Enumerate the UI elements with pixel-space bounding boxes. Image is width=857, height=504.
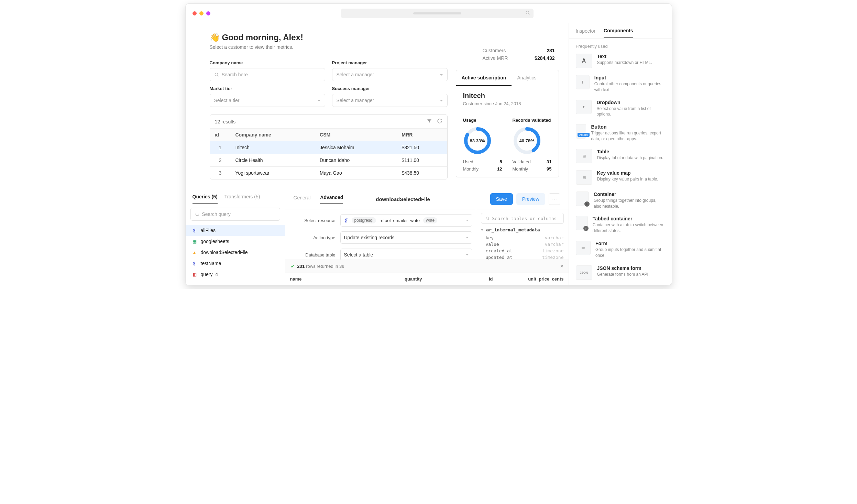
postgres-icon: ❡ (192, 261, 197, 266)
tab-active-subscription[interactable]: Active subscription (456, 70, 512, 86)
tabbed-container-icon: + (576, 216, 588, 230)
component-kvmap[interactable]: ▤ Key value mapDisplay key value pairs i… (574, 167, 667, 188)
rescol-name[interactable]: name (285, 273, 356, 285)
schema-column[interactable]: keyvarchar (481, 234, 564, 241)
action-type-select[interactable]: Update existing records (340, 231, 472, 244)
query-item-download[interactable]: ▲downloadSelectedFile (186, 247, 285, 258)
col-csm[interactable]: CSM (315, 129, 397, 141)
component-json-form[interactable]: JSON JSON schema formGenerate forms from… (574, 262, 667, 283)
resource-select[interactable]: ❡ postgresql retool_emailer_write write (340, 214, 472, 227)
dropdown-icon: ▾ (576, 100, 592, 114)
customers-table: 12 results id Company name CSM (210, 114, 448, 179)
tab-inspector[interactable]: Inspector (576, 24, 596, 38)
svg-point-8 (196, 213, 198, 216)
search-icon (195, 212, 199, 217)
editor-title: downloadSelectedFile (325, 196, 481, 202)
refresh-icon[interactable] (437, 118, 442, 125)
frequently-used-label: Frequently used (569, 39, 672, 50)
result-status-bar: ✔ 231 rows returned in 3s ✕ (285, 260, 569, 273)
input-icon: I (576, 75, 590, 89)
query-item-testname[interactable]: ❡testName (186, 258, 285, 269)
right-sidebar: Inspector Components Frequently used A T… (569, 23, 672, 285)
company-search-input[interactable]: Search here (210, 68, 325, 81)
omnibox[interactable] (341, 9, 534, 18)
query-item-googlesheets[interactable]: ▦googlesheets (186, 236, 285, 247)
more-button[interactable]: ⋯ (549, 193, 560, 205)
plus-icon: + (583, 226, 589, 231)
component-text[interactable]: A TextSupports markdown or HTML. (574, 50, 667, 72)
rescol-quantity[interactable]: quantity (356, 273, 427, 285)
schema-column[interactable]: valuevarchar (481, 241, 564, 248)
market-tier-select[interactable]: Select a tier (210, 94, 325, 107)
button-icon: Action (576, 124, 586, 139)
json-icon: JSON (576, 265, 592, 280)
schema-column[interactable]: created_attimezone (481, 248, 564, 254)
success-manager-label: Success manager (332, 86, 448, 91)
page-title: 👋 Good morning, Alex! (210, 33, 448, 42)
table-icon: ▦ (576, 149, 592, 163)
kpi-block: Customers281 Active MRR$284,432 (483, 48, 555, 63)
close-icon[interactable] (193, 11, 197, 15)
col-company[interactable]: Company name (231, 129, 315, 141)
svg-line-11 (488, 219, 489, 220)
container-icon: + (576, 191, 589, 206)
project-manager-label: Project manager (332, 60, 448, 65)
component-form[interactable]: ▭ FormGroup inputs together and submit a… (574, 237, 667, 262)
tab-analytics[interactable]: Analytics (512, 70, 542, 86)
component-button[interactable]: Action ButtonTrigger actions like run qu… (574, 121, 667, 145)
filter-icon[interactable] (427, 118, 432, 125)
tab-queries[interactable]: Queries (5) (193, 194, 218, 204)
text-icon: A (576, 54, 592, 68)
table-row[interactable]: 1 Initech Jessica Mohaim $321.50 (210, 141, 447, 154)
component-dropdown[interactable]: ▾ DropdownSelect one value from a list o… (574, 96, 667, 121)
rescol-id[interactable]: id (427, 273, 498, 285)
window-controls[interactable] (193, 11, 210, 15)
component-input[interactable]: I InputControl other components or queri… (574, 72, 667, 96)
preview-button[interactable]: Preview (516, 193, 545, 205)
rescol-unit-price[interactable]: unit_price_cents (498, 273, 569, 285)
minimize-icon[interactable] (199, 11, 204, 15)
usage-gauge: 83.33% (463, 126, 492, 155)
titlebar (186, 4, 672, 23)
market-tier-label: Market tier (210, 86, 325, 91)
col-mrr[interactable]: MRR (397, 129, 447, 141)
component-tabbed-container[interactable]: + Tabbed containerContainer with a tab t… (574, 212, 667, 237)
close-icon[interactable]: ✕ (560, 264, 564, 269)
plus-icon: + (584, 201, 590, 207)
table-row[interactable]: 3 Yogi sportswear Maya Gao $438.50 (210, 167, 447, 179)
firebase-icon: ▲ (192, 250, 197, 255)
svg-point-10 (486, 217, 488, 219)
sheets-icon: ▦ (192, 239, 197, 244)
project-manager-select[interactable]: Select a manager (332, 68, 448, 81)
maximize-icon[interactable] (206, 11, 210, 15)
tab-general[interactable]: General (294, 195, 311, 203)
success-icon: ✔ (291, 264, 295, 269)
success-manager-select[interactable]: Select a manager (332, 94, 448, 107)
page-subtitle: Select a customer to view their metrics. (210, 44, 448, 50)
schema-search-input[interactable]: Search tables or columns (481, 213, 564, 224)
database-table-select[interactable]: Select a table (340, 249, 472, 260)
wave-icon: 👋 (210, 33, 220, 42)
query-item-query4[interactable]: ◧query_4 (186, 269, 285, 280)
result-columns: name quantity id unit_price_cents (285, 273, 569, 285)
query-item-allfiles[interactable]: ❡allFiles (186, 225, 285, 236)
component-table[interactable]: ▦ TableDisplay tabular data with paginat… (574, 145, 667, 167)
database-table-label: Database table (289, 252, 340, 258)
postgres-icon: ❡ (192, 228, 197, 233)
schema-browser: Search tables or columns ar_internal_met… (476, 209, 569, 260)
database-icon: ◧ (192, 272, 197, 277)
col-id[interactable]: id (210, 129, 231, 141)
svg-line-9 (198, 215, 199, 216)
schema-table-name[interactable]: ar_internal_metadata (481, 227, 564, 232)
tab-transformers[interactable]: Transformers (5) (224, 194, 260, 204)
query-search-input[interactable]: Search query (190, 208, 280, 221)
svg-line-3 (217, 76, 218, 77)
form-icon: ▭ (576, 241, 591, 255)
company-name-label: Company name (210, 60, 325, 65)
usage-label: Usage (463, 118, 502, 123)
svg-line-1 (528, 14, 529, 15)
component-container[interactable]: + ContainerGroup things together into gr… (574, 188, 667, 213)
table-row[interactable]: 2 Circle Health Duncan Idaho $111.00 (210, 154, 447, 167)
save-button[interactable]: Save (490, 193, 513, 205)
tab-components[interactable]: Components (604, 24, 633, 38)
